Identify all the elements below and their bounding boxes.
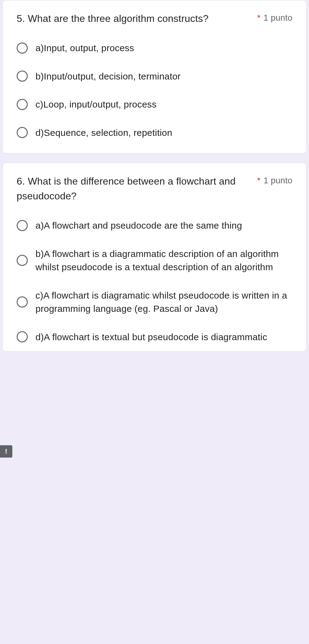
- option-row[interactable]: c)Loop, input/output, process: [17, 98, 292, 111]
- question-header: 6. What is the difference between a flow…: [17, 174, 292, 203]
- option-label: a)Input, output, process: [35, 41, 134, 55]
- required-star-icon: *: [257, 176, 261, 185]
- question-text: 5. What are the three algorithm construc…: [17, 11, 215, 26]
- question-text: 6. What is the difference between a flow…: [17, 174, 257, 203]
- option-label: b)Input/output, decision, terminator: [35, 70, 181, 83]
- required-star-icon: *: [257, 13, 261, 23]
- option-label: c)A flowchart is diagramatic whilst pseu…: [35, 289, 292, 316]
- points-label: 1 punto: [264, 13, 292, 23]
- question-card-6: 6. What is the difference between a flow…: [2, 163, 307, 352]
- option-label: c)Loop, input/output, process: [35, 98, 157, 111]
- option-row[interactable]: a)A flowchart and pseudocode are the sam…: [17, 219, 292, 232]
- radio-icon[interactable]: [17, 99, 28, 110]
- option-label: d)A flowchart is textual but pseudocode …: [35, 330, 267, 344]
- question-card-5: 5. What are the three algorithm construc…: [2, 0, 307, 153]
- radio-icon[interactable]: [17, 220, 28, 231]
- option-row[interactable]: d)Sequence, selection, repetition: [17, 126, 292, 140]
- option-row[interactable]: d)A flowchart is textual but pseudocode …: [17, 330, 292, 344]
- radio-icon[interactable]: [17, 127, 28, 138]
- option-row[interactable]: a)Input, output, process: [17, 41, 292, 55]
- option-label: b)A flowchart is a diagrammatic descript…: [35, 247, 292, 274]
- radio-icon[interactable]: [17, 296, 28, 308]
- option-label: a)A flowchart and pseudocode are the sam…: [35, 219, 242, 232]
- points-label: 1 punto: [264, 176, 292, 185]
- radio-icon[interactable]: [17, 331, 28, 342]
- radio-icon[interactable]: [17, 43, 28, 54]
- radio-icon[interactable]: [17, 71, 28, 82]
- option-row[interactable]: b)A flowchart is a diagrammatic descript…: [17, 247, 292, 274]
- option-label: d)Sequence, selection, repetition: [35, 126, 172, 140]
- radio-icon[interactable]: [17, 255, 28, 266]
- option-row[interactable]: c)A flowchart is diagramatic whilst pseu…: [17, 289, 292, 316]
- option-row[interactable]: b)Input/output, decision, terminator: [17, 70, 292, 83]
- points-container: * 1 punto: [257, 174, 292, 185]
- question-header: 5. What are the three algorithm construc…: [17, 11, 292, 26]
- points-container: * 1 punto: [257, 11, 292, 23]
